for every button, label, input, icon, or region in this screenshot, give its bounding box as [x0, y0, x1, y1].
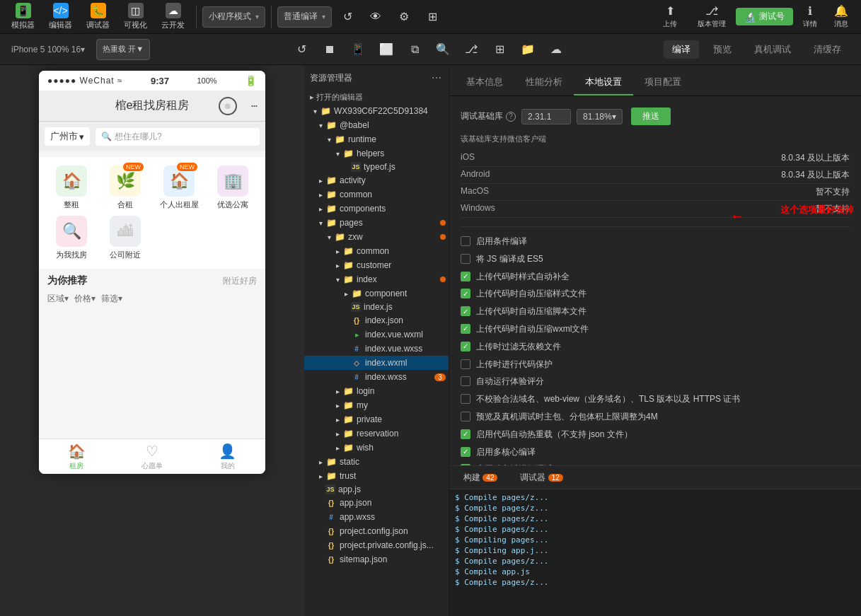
region-filter[interactable]: 区域▾ — [47, 293, 69, 305]
search-input[interactable]: 🔍 想住在哪儿? — [96, 128, 260, 146]
compile-tab[interactable]: 编译 — [664, 40, 699, 59]
icon-item-nearby[interactable]: 🏙 公司附近 — [101, 216, 149, 260]
tree-runtime[interactable]: 📁 runtime — [304, 132, 449, 146]
checkbox-5[interactable]: ✓ — [461, 324, 470, 334]
tree-index-wxss[interactable]: # index.wxss 3 — [304, 370, 449, 384]
checkbox-8[interactable] — [461, 376, 470, 386]
detail-btn[interactable]: ℹ 详情 — [796, 3, 824, 31]
clear-save-tab[interactable]: 清缓存 — [805, 40, 850, 59]
copy-btn[interactable]: ⧉ — [402, 37, 427, 62]
tree-babel[interactable]: 📁 @babel — [304, 118, 449, 132]
icon-item-shared[interactable]: 🌿 NEW 合租 — [101, 165, 149, 210]
tree-activity[interactable]: 📁 activity — [304, 173, 449, 187]
checkbox-3[interactable]: ✓ — [461, 289, 470, 298]
folder-btn[interactable]: 📁 — [515, 37, 541, 62]
checkbox-0[interactable] — [461, 236, 470, 246]
checkbox-12[interactable]: ✓ — [461, 447, 470, 457]
tree-index-vuewxml[interactable]: ▸ index.vue.wxml — [304, 327, 449, 342]
tree-typeof[interactable]: JS typeof.js — [304, 161, 449, 173]
record-btn[interactable]: ⏺ — [219, 97, 237, 115]
editor-btn[interactable]: </> 编辑器 — [43, 0, 78, 33]
test-btn[interactable]: 🔬 测试号 — [736, 8, 793, 25]
file-explorer[interactable]: ▸ 打开的编辑器 📁 WX939C6F22C5D91384 📁 @babel — [304, 91, 449, 616]
version-mgmt-btn[interactable]: ⎇ 版本管理 — [690, 3, 733, 31]
more-filter[interactable]: 筛选▾ — [101, 293, 122, 305]
tree-sitemap[interactable]: {} sitemap.json — [304, 552, 449, 566]
git-btn[interactable]: ⎇ — [458, 37, 484, 62]
nav-wishlist[interactable]: ♡ 心愿单 — [115, 439, 190, 474]
tree-zxw[interactable]: 📁 zxw — [304, 230, 449, 244]
tree-static[interactable]: 📁 static — [304, 455, 449, 469]
tree-index-vuewxss[interactable]: # index.vue.wxss — [304, 342, 449, 356]
tree-projectconfig[interactable]: {} project.config.json — [304, 524, 449, 538]
tree-zxw-common[interactable]: 📁 common — [304, 244, 449, 258]
tree-pages[interactable]: 📁 pages — [304, 216, 449, 230]
tab-local-settings[interactable]: 本地设置 — [574, 70, 633, 95]
grid-btn[interactable]: ⊞ — [487, 37, 512, 62]
screen-btn[interactable]: ⬜ — [374, 37, 399, 62]
nav-profile[interactable]: 👤 我的 — [190, 439, 265, 474]
preview-tab[interactable]: 预览 — [705, 40, 740, 59]
tree-index-js[interactable]: JS index.js — [304, 301, 449, 313]
settings-small-btn[interactable]: ⚙ — [391, 4, 417, 30]
opened-editors-section[interactable]: ▸ 打开的编辑器 — [304, 91, 449, 104]
tree-appjson[interactable]: {} app.json — [304, 496, 449, 510]
build-tab[interactable]: 构建 42 — [455, 469, 506, 487]
tree-appjs[interactable]: JS app.js — [304, 483, 449, 496]
city-selector[interactable]: 广州市 ▾ — [45, 127, 90, 146]
checkbox-1[interactable] — [461, 254, 470, 264]
preview-small-btn[interactable]: 👁 — [363, 4, 388, 30]
tree-helpers[interactable]: 📁 helpers — [304, 146, 449, 161]
new-file-btn[interactable]: ⋯ — [430, 71, 443, 85]
tree-trust[interactable]: 📁 trust — [304, 469, 449, 483]
tab-basic-info[interactable]: 基本信息 — [455, 70, 514, 95]
phone-btn[interactable]: 📱 — [345, 37, 371, 62]
checkbox-11[interactable]: ✓ — [461, 429, 470, 439]
icon-item-personal[interactable]: 🏠 NEW 个人出租屋 — [155, 165, 203, 210]
visualize-btn[interactable]: ◫ 可视化 — [118, 0, 153, 33]
help-icon[interactable]: ? — [506, 112, 516, 122]
debugger-btn[interactable]: 🐛 调试器 — [81, 0, 115, 33]
price-filter[interactable]: 价格▾ — [74, 293, 96, 305]
icon-item-apt[interactable]: 🏢 优选公寓 — [209, 165, 257, 210]
stop-btn[interactable]: ⏹ — [317, 37, 342, 62]
tree-login[interactable]: 📁 login — [304, 384, 449, 398]
tree-index-folder[interactable]: 📁 index — [304, 272, 449, 286]
tree-components[interactable]: 📁 components — [304, 202, 449, 216]
checkbox-10[interactable] — [461, 412, 470, 422]
simulator-btn[interactable]: 📱 模拟器 — [6, 0, 40, 33]
notification-btn[interactable]: 🔔 消息 — [827, 3, 855, 31]
tree-reservation[interactable]: 📁 reservation — [304, 426, 449, 441]
tree-wish[interactable]: 📁 wish — [304, 441, 449, 455]
tree-root[interactable]: 📁 WX939C6F22C5D91384 — [304, 104, 449, 118]
mode-dropdown[interactable]: 小程序模式 ▾ — [202, 6, 265, 28]
percent-display[interactable]: 81.18%▾ — [577, 109, 623, 124]
checkbox-9[interactable] — [461, 394, 470, 404]
compile-dropdown[interactable]: 普通编译 ▾ — [277, 6, 332, 28]
tree-common-1[interactable]: 📁 common — [304, 187, 449, 202]
icon-item-whole[interactable]: 🏠 整租 — [47, 165, 96, 210]
nav-home[interactable]: 🏠 租房 — [39, 439, 115, 474]
checkbox-6[interactable]: ✓ — [461, 342, 470, 351]
tab-project-config[interactable]: 项目配置 — [633, 70, 693, 95]
upload-btn[interactable]: ⬆ 上传 — [652, 3, 688, 31]
search-btn[interactable]: 🔍 — [430, 37, 456, 62]
checkbox-2[interactable]: ✓ — [461, 272, 470, 281]
tree-component[interactable]: 📁 component — [304, 286, 449, 301]
push-button[interactable]: 推送 — [631, 107, 671, 125]
cloud-small-btn[interactable]: ☁ — [543, 37, 569, 62]
debug-tab[interactable]: 调试器 12 — [512, 469, 571, 487]
tree-projectprivate[interactable]: {} project.private.config.js... — [304, 538, 449, 552]
tree-private[interactable]: 📁 private — [304, 412, 449, 426]
refresh-phone-btn[interactable]: ↺ — [289, 37, 314, 62]
icon-item-findroom[interactable]: 🔍 为我找房 — [47, 216, 96, 260]
tree-appwxss[interactable]: # app.wxss — [304, 510, 449, 524]
refresh-btn[interactable]: ↺ — [335, 4, 360, 30]
version-input[interactable] — [521, 109, 571, 124]
checkbox-13[interactable]: ✓ — [461, 464, 470, 465]
cloud-btn[interactable]: ☁ 云开发 — [156, 0, 190, 33]
real-debug-tab[interactable]: 真机调试 — [746, 40, 799, 59]
tree-my[interactable]: 📁 my — [304, 398, 449, 412]
layers-btn[interactable]: ⊞ — [420, 4, 445, 30]
checkbox-7[interactable] — [461, 359, 470, 369]
